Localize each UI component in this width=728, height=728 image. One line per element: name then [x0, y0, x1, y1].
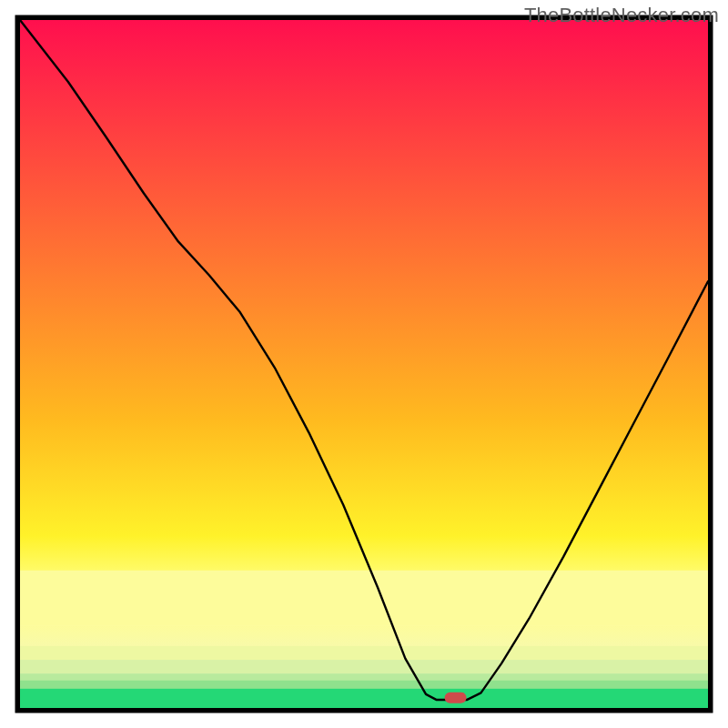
svg-rect-4 — [20, 571, 708, 626]
bottleneck-chart — [0, 0, 728, 728]
svg-rect-7 — [20, 660, 708, 674]
optimal-marker — [445, 693, 467, 703]
svg-rect-10 — [20, 689, 708, 709]
svg-rect-1 — [20, 20, 708, 420]
watermark-label: TheBottleNecker.com — [524, 4, 719, 27]
chart-container: TheBottleNecker.com — [0, 0, 728, 728]
svg-rect-6 — [20, 646, 708, 661]
svg-rect-9 — [20, 681, 708, 690]
gradient-background — [20, 20, 708, 709]
svg-rect-5 — [20, 625, 708, 646]
svg-rect-8 — [20, 673, 708, 681]
